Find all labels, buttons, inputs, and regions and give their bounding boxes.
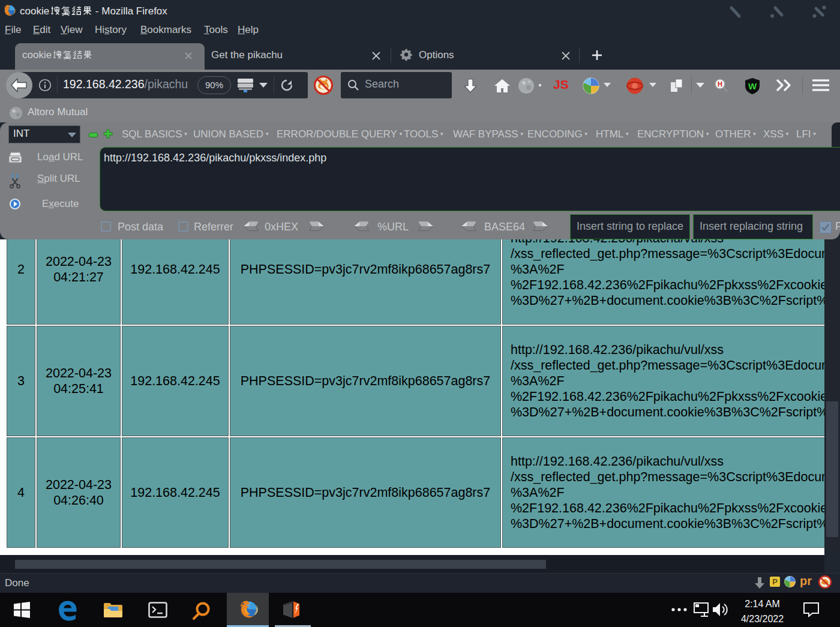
svg-text:W: W <box>748 81 757 91</box>
svg-text:H: H <box>718 80 722 88</box>
